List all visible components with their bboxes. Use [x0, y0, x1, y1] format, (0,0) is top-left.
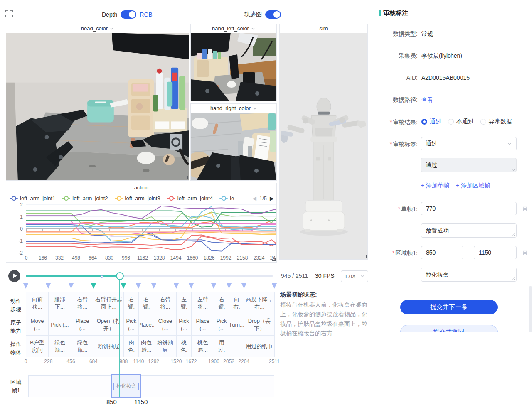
legend-item-le[interactable]: le [219, 195, 234, 201]
legend-item-left_arm_joint4[interactable]: left_arm_joint4 [167, 195, 213, 201]
legend-next-icon[interactable]: ▶ [270, 195, 274, 201]
add-region-frame-link[interactable]: + 添加区域帧 [456, 182, 490, 189]
fullscreen-icon[interactable] [5, 10, 13, 17]
legend-item-left_arm_joint3[interactable]: left_arm_joint3 [115, 195, 160, 201]
region-start-input[interactable]: 850 [421, 246, 463, 259]
region-highlight[interactable]: 拉化妆盒 [111, 374, 141, 398]
step-cell[interactable]: 右臂将... [71, 292, 94, 314]
step-cell[interactable]: 腰部下... [49, 292, 71, 314]
step-cell[interactable]: 右臂. [214, 292, 229, 314]
step-cell[interactable]: 右臂. [124, 292, 139, 314]
legend-label: left_arm_joint3 [125, 195, 160, 201]
progress-slider[interactable] [26, 275, 273, 277]
step-marker-icon[interactable] [91, 283, 96, 289]
submit-return-button[interactable]: 提交并返回 [400, 325, 498, 332]
delete-single-frame-icon[interactable] [522, 205, 528, 212]
region-left-handle[interactable] [113, 383, 114, 390]
step-cell[interactable]: 粉饼抽屉 [154, 336, 177, 357]
legend-item-left_arm_joint1[interactable]: left_arm_joint1 [10, 195, 55, 201]
head-camera-header[interactable]: head_color [6, 24, 189, 33]
step-marker-icon[interactable] [227, 283, 232, 289]
step-cell[interactable]: Turn... [229, 314, 244, 336]
step-marker-icon[interactable] [69, 283, 74, 289]
step-marker-icon[interactable] [211, 283, 216, 289]
legend-prev-icon[interactable]: ◀ [252, 195, 256, 201]
step-cell[interactable]: 向前移... [26, 292, 49, 314]
step-cell[interactable]: 桃色. [177, 336, 192, 357]
step-marker-icon[interactable] [151, 283, 156, 289]
region-end-value: 1150 [134, 398, 148, 405]
hand-left-camera-header[interactable]: hand_left_color [191, 24, 276, 33]
step-cell[interactable]: 高度下降，右... [244, 292, 275, 314]
step-cell[interactable]: Pick (... [49, 314, 71, 336]
resize-handle-icon[interactable] [363, 255, 367, 258]
speed-select[interactable]: 1.0X [341, 270, 368, 282]
slider-handle[interactable] [116, 272, 124, 280]
region-end-input[interactable]: 1150 [474, 246, 517, 259]
tag-note-textarea[interactable]: 通过 [421, 158, 517, 172]
step-cell[interactable]: 右臂. [139, 292, 154, 314]
step-cell[interactable] [229, 336, 244, 357]
step-marker-icon[interactable] [174, 283, 179, 289]
resize-handle-icon[interactable] [184, 176, 188, 179]
step-cell[interactable]: Pick (... [177, 314, 192, 336]
step-cell[interactable]: 右臂将... [154, 292, 177, 314]
step-cell[interactable]: 肉色透... [139, 336, 154, 357]
region-note-textarea[interactable]: 拉化妆盒 [421, 268, 517, 282]
step-marker-icon[interactable] [241, 283, 246, 289]
single-frame-input[interactable]: 770 [421, 202, 517, 215]
delete-region-frame-icon[interactable] [522, 249, 528, 256]
step-cell[interactable]: Place (... [192, 314, 214, 336]
step-marker-icon[interactable] [272, 283, 277, 289]
scrollbar-thumb[interactable] [529, 286, 532, 332]
data-path-link[interactable]: 查看 [421, 96, 433, 104]
step-cell[interactable]: 左臂将... [192, 292, 214, 314]
step-marker-icon[interactable] [189, 283, 194, 289]
hand-right-camera-image [191, 113, 276, 180]
step-marker-icon[interactable] [46, 283, 51, 289]
resize-handle-icon[interactable] [272, 258, 276, 261]
trajectory-switch[interactable] [265, 10, 281, 19]
step-cell[interactable]: Pick (... [214, 314, 229, 336]
step-cell[interactable]: Pick (... [124, 314, 139, 336]
frame-tick-label: 2511 [269, 358, 280, 364]
step-marker-icon[interactable] [23, 283, 28, 289]
play-button[interactable] [8, 270, 20, 282]
step-cell[interactable]: 绿色瓶... [71, 336, 94, 357]
depth-rgb-switch[interactable] [121, 10, 136, 19]
step-cell[interactable]: 桃色唇... [192, 336, 214, 357]
submit-next-button[interactable]: 提交并下一条 [400, 300, 498, 314]
region-track[interactable] [28, 375, 274, 397]
step-cell[interactable]: 绿色瓶... [49, 336, 71, 357]
review-result-row: *审核结果: 通过不通过异常数据 [374, 118, 532, 126]
step-cell[interactable]: Place (... [71, 314, 94, 336]
step-cell[interactable]: Drop（丢下） [244, 314, 275, 336]
step-cell[interactable]: Close (... [154, 314, 177, 336]
step-marker-icon[interactable] [121, 283, 126, 289]
step-cell[interactable]: 用过. [214, 336, 229, 357]
radio-option-通过[interactable]: 通过 [421, 118, 441, 125]
legend-item-left_arm_joint2[interactable]: left_arm_joint2 [62, 195, 108, 201]
step-cell[interactable]: Move (... [26, 314, 49, 336]
sim-view [280, 33, 367, 259]
single-frame-note-textarea[interactable]: 放置成功 [421, 223, 517, 238]
frame-tick-label: 2052 [223, 358, 234, 364]
radio-option-异常数据[interactable]: 异常数据 [480, 118, 512, 125]
hand-right-camera-header[interactable]: hand_right_color [191, 104, 276, 113]
region-right-handle[interactable] [138, 383, 139, 390]
action-line-chart[interactable]: 210-1-2016633249866483099611621328149416… [6, 202, 276, 262]
step-cell[interactable]: 左臂. [177, 292, 192, 314]
sim-panel-header[interactable]: sim [280, 24, 367, 33]
step-cell[interactable]: 肉色. [124, 336, 139, 357]
add-single-frame-link[interactable]: + 添加单帧 [421, 182, 449, 189]
step-cell[interactable]: 向右. [229, 292, 244, 314]
step-cell[interactable]: B户型房间 [26, 336, 49, 357]
tag-select[interactable]: 通过 [421, 137, 517, 150]
chevron-down-icon [251, 27, 255, 31]
step-cell[interactable]: 用过的纸巾 [244, 336, 275, 357]
radio-option-不通过[interactable]: 不通过 [448, 118, 474, 125]
step-cell[interactable]: Place.. [139, 314, 154, 336]
step-marker-icon[interactable] [136, 283, 141, 289]
frame-tick-label: 0 [25, 358, 27, 364]
chevron-down-icon [507, 141, 512, 146]
